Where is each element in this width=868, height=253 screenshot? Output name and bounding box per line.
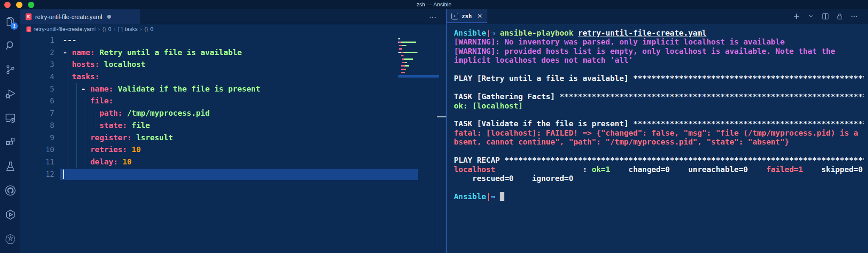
minimap-border <box>439 34 439 253</box>
tab-retry-until-file-create[interactable]: retry-until-file-create.yaml <box>20 9 140 24</box>
code-line[interactable]: 6 file: <box>20 95 446 107</box>
minimap-line <box>398 64 439 68</box>
terminal-token <box>495 28 500 37</box>
terminal-token: ⇒ <box>491 28 495 37</box>
code-line[interactable]: 3 hosts: localhost <box>20 58 446 71</box>
beaker-icon <box>5 161 16 172</box>
split-terminal-button[interactable] <box>821 12 829 20</box>
code-line[interactable]: 11 delay: 10 <box>20 156 446 168</box>
sash-handle[interactable] <box>437 116 446 117</box>
terminal-line: fatal: [localhost]: FAILED! => {"changed… <box>454 128 864 137</box>
chevron-right-icon: › <box>114 26 116 32</box>
terminal-actions <box>792 12 858 20</box>
breadcrumb-object-1[interactable]: {} 0 <box>145 26 153 32</box>
terminal-token: Ansible <box>454 192 486 201</box>
code-token: hosts: <box>72 60 100 69</box>
terminal-icon: › <box>451 13 458 19</box>
minimap[interactable] <box>398 37 439 88</box>
new-terminal-button[interactable] <box>792 12 801 20</box>
terminal-token: | <box>486 28 491 37</box>
search-icon <box>5 40 16 51</box>
lock-button[interactable] <box>835 12 844 20</box>
sidebar-item-github[interactable] <box>0 178 20 203</box>
terminal-token: PLAY [Retry until a file is available] *… <box>454 74 864 83</box>
code-token <box>63 145 90 154</box>
code-line[interactable]: 8 state: file <box>20 120 446 132</box>
code-token: - <box>63 84 90 93</box>
more-actions-button[interactable] <box>850 12 858 20</box>
yaml-file-icon <box>26 26 31 32</box>
object-symbol-icon: {} <box>103 26 106 32</box>
minimap-line <box>398 54 439 58</box>
code-token: tasks: <box>72 72 100 81</box>
extensions-icon <box>5 136 16 148</box>
terminal-line: PLAY [Retry until a file is available] *… <box>454 74 864 83</box>
code-token: --- <box>63 36 77 44</box>
code-line[interactable]: 2- name: Retry until a file is available <box>20 47 446 59</box>
text-cursor <box>63 170 64 179</box>
sidebar-item-remote-explorer[interactable] <box>0 106 20 130</box>
code-token <box>118 157 122 166</box>
terminal-line: Ansible|⇒ <box>454 192 864 201</box>
sidebar-item-search[interactable] <box>0 33 20 58</box>
terminal-line <box>454 83 864 92</box>
terminal-panel: › zsh ✕ Ansible|⇒ ansible-playbook retry… <box>446 9 868 253</box>
terminal-line: Ansible|⇒ ansible-playbook retry-until-f… <box>454 28 864 37</box>
close-icon[interactable]: ✕ <box>477 12 482 20</box>
window-title: zsh — Ansible <box>0 1 868 8</box>
terminal-token: [WARNING]: provided hosts list is empty,… <box>454 47 835 56</box>
breadcrumb-object-0[interactable]: {} 0 <box>103 26 111 32</box>
minimap-line <box>398 51 439 54</box>
lock-icon <box>836 13 843 20</box>
code-line[interactable]: 10 retries: 10 <box>20 144 446 156</box>
line-number: 8 <box>20 120 54 132</box>
code-token <box>63 121 100 130</box>
code-line[interactable]: 7 path: /tmp/myprocess.pid <box>20 107 446 120</box>
code-token: lsresult <box>132 133 173 142</box>
minimap-line <box>398 44 439 47</box>
minimap-line <box>398 61 439 64</box>
line-number: 3 <box>20 58 54 71</box>
sidebar-item-kubernetes[interactable] <box>0 227 20 251</box>
minimap-line <box>398 37 439 41</box>
sidebar-item-explorer[interactable]: 1 <box>0 9 20 33</box>
terminal-profile-dropdown[interactable] <box>807 12 815 20</box>
breadcrumb-tasks[interactable]: [ ] tasks <box>118 26 138 32</box>
breadcrumb-file[interactable]: retry-until-file-create.yaml <box>26 26 96 32</box>
sidebar-item-containers[interactable] <box>0 203 20 227</box>
editor-more-actions-icon[interactable]: ⋯ <box>429 13 437 22</box>
sidebar-item-run-debug[interactable] <box>0 82 20 106</box>
code-line[interactable]: 4 tasks: <box>20 71 446 83</box>
terminal-token: Ansible <box>454 28 486 37</box>
minimap-line <box>398 58 439 61</box>
tab-label: retry-until-file-create.yaml <box>35 14 102 20</box>
code-token <box>127 145 132 154</box>
terminal-output[interactable]: Ansible|⇒ ansible-playbook retry-until-f… <box>447 24 868 253</box>
breadcrumb-label: tasks <box>125 26 137 32</box>
terminal-line: bsent, cannot continue", "path": "/tmp/m… <box>454 137 864 146</box>
chevron-right-icon: › <box>140 26 142 32</box>
code-token: localhost <box>100 60 145 69</box>
code-token <box>63 72 72 81</box>
terminal-header: › zsh ✕ <box>447 9 868 24</box>
array-symbol-icon: [ ] <box>118 26 123 32</box>
split-icon <box>822 13 829 20</box>
terminal-token: ansible-playbook <box>500 28 573 37</box>
sidebar-item-testing[interactable] <box>0 154 20 178</box>
code-token: name: <box>72 48 95 57</box>
code-line[interactable]: 12 <box>20 168 446 181</box>
code-line[interactable]: 9 register: lsresult <box>20 132 446 144</box>
object-symbol-icon: {} <box>145 26 148 32</box>
line-number: 1 <box>20 34 54 47</box>
minimap-line <box>398 71 439 75</box>
terminal-token: TASK [Gathering Facts] *****************… <box>454 92 864 101</box>
breadcrumb-label: 0 <box>150 26 153 32</box>
terminal-token: skipped=0 <box>803 165 863 174</box>
code-token <box>63 96 90 105</box>
code-editor[interactable]: 1---2- name: Retry until a file is avail… <box>20 34 446 253</box>
sidebar-item-source-control[interactable] <box>0 58 20 82</box>
terminal-tab-zsh[interactable]: › zsh ✕ <box>447 9 487 23</box>
code-line[interactable]: 5 - name: Validate if the file is presen… <box>20 83 446 95</box>
code-line[interactable]: 1--- <box>20 34 446 47</box>
sidebar-item-extensions[interactable] <box>0 130 20 154</box>
